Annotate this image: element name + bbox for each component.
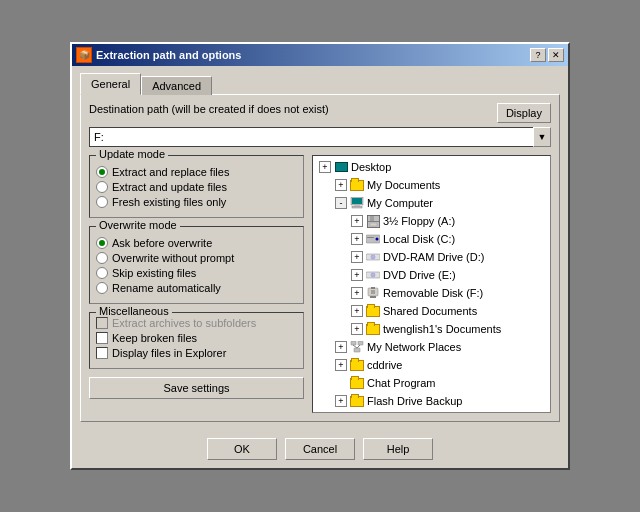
close-title-btn[interactable]: ✕ xyxy=(548,48,564,62)
misc-label-1: Keep broken files xyxy=(112,332,197,344)
expander-network[interactable]: + xyxy=(335,341,347,353)
svg-rect-20 xyxy=(370,296,376,298)
expander-removable-f[interactable]: + xyxy=(351,287,363,299)
tabs: General Advanced xyxy=(80,74,560,95)
expander-dvd-e[interactable]: + xyxy=(351,269,363,281)
expander-desktop[interactable]: + xyxy=(319,161,331,173)
tree-item-network[interactable]: + My Network Places xyxy=(315,338,548,356)
desktop-icon xyxy=(333,159,349,175)
overwrite-mode-label-3: Rename automatically xyxy=(112,282,221,294)
radio-skip-existing[interactable] xyxy=(96,267,108,279)
svg-rect-19 xyxy=(371,287,375,289)
tree-item-desktop[interactable]: + Desktop xyxy=(315,158,548,176)
save-settings-button[interactable]: Save settings xyxy=(89,377,304,399)
main-dialog: 📦 Extraction path and options ? ✕ Genera… xyxy=(70,42,570,470)
expander-localc[interactable]: + xyxy=(351,233,363,245)
misc-option-1[interactable]: Keep broken files xyxy=(96,332,297,344)
radio-overwrite-without[interactable] xyxy=(96,252,108,264)
expander-mydocuments[interactable]: + xyxy=(335,179,347,191)
overwrite-mode-option-0[interactable]: Ask before overwrite xyxy=(96,237,297,249)
tree-item-localc[interactable]: + Local Disk (C:) xyxy=(315,230,548,248)
folder-icon-shared xyxy=(365,303,381,319)
tree-item-dvd-d[interactable]: + DVD-RAM Drive (D:) xyxy=(315,248,548,266)
dvd-icon-e xyxy=(365,267,381,283)
update-mode-group: Update mode Extract and replace files Ex… xyxy=(89,155,304,218)
svg-rect-22 xyxy=(351,341,356,345)
miscellaneous-title: Miscellaneous xyxy=(96,305,172,317)
expander-cddrive[interactable]: + xyxy=(335,359,347,371)
svg-rect-24 xyxy=(354,348,360,352)
main-area: Update mode Extract and replace files Ex… xyxy=(89,155,551,413)
tree-label-dvd-e: DVD Drive (E:) xyxy=(383,269,456,281)
expander-floppy[interactable]: + xyxy=(351,215,363,227)
title-buttons: ? ✕ xyxy=(530,48,564,62)
tree-label-removable-f: Removable Disk (F:) xyxy=(383,287,483,299)
checkbox-keep-broken[interactable] xyxy=(96,332,108,344)
radio-ask-before[interactable] xyxy=(96,237,108,249)
svg-line-26 xyxy=(357,345,360,348)
tab-general[interactable]: General xyxy=(80,73,141,95)
help-button[interactable]: Help xyxy=(363,438,433,460)
svg-rect-23 xyxy=(358,341,363,345)
folder-icon-user xyxy=(365,321,381,337)
cancel-button[interactable]: Cancel xyxy=(285,438,355,460)
tab-content: Display Destination path (will be create… xyxy=(80,94,560,422)
overwrite-mode-group: Overwrite mode Ask before overwrite Over… xyxy=(89,226,304,304)
miscellaneous-group: Miscellaneous Extract archives to subfol… xyxy=(89,312,304,369)
tree-item-mydocuments[interactable]: + My Documents xyxy=(315,176,548,194)
misc-label-0: Extract archives to subfolders xyxy=(112,317,256,329)
checkbox-extract-subfolders xyxy=(96,317,108,329)
expander-user-docs[interactable]: + xyxy=(351,323,363,335)
file-tree[interactable]: + Desktop + My Documents xyxy=(312,155,551,413)
tree-item-user-docs[interactable]: + twenglish1's Documents xyxy=(315,320,548,338)
tree-item-mycomputer[interactable]: - My Computer xyxy=(315,194,548,212)
tree-item-dvd-e[interactable]: + DVD Drive (E:) xyxy=(315,266,548,284)
tree-label-shared-docs: Shared Documents xyxy=(383,305,477,317)
tree-item-cddrive[interactable]: + cddrive xyxy=(315,356,548,374)
destination-combo: ▼ xyxy=(89,127,551,147)
svg-point-10 xyxy=(376,238,379,241)
tree-label-cddrive: cddrive xyxy=(367,359,402,371)
overwrite-mode-option-2[interactable]: Skip existing files xyxy=(96,267,297,279)
destination-input[interactable] xyxy=(89,127,533,147)
tree-item-flashdrive[interactable]: + Flash Drive Backup xyxy=(315,392,548,410)
overwrite-mode-label-2: Skip existing files xyxy=(112,267,196,279)
misc-option-2[interactable]: Display files in Explorer xyxy=(96,347,297,359)
tree-item-removable-f[interactable]: + Removable Disk (F:) xyxy=(315,284,548,302)
overwrite-mode-option-1[interactable]: Overwrite without prompt xyxy=(96,252,297,264)
tree-label-dvd-d: DVD-RAM Drive (D:) xyxy=(383,251,484,263)
radio-rename-auto[interactable] xyxy=(96,282,108,294)
display-button[interactable]: Display xyxy=(497,103,551,123)
update-mode-option-0[interactable]: Extract and replace files xyxy=(96,166,297,178)
tree-label-user-docs: twenglish1's Documents xyxy=(383,323,501,335)
radio-extract-replace[interactable] xyxy=(96,166,108,178)
checkbox-display-files[interactable] xyxy=(96,347,108,359)
usb-icon-f xyxy=(365,285,381,301)
overwrite-mode-label-1: Overwrite without prompt xyxy=(112,252,234,264)
update-mode-option-1[interactable]: Extract and update files xyxy=(96,181,297,193)
overwrite-mode-title: Overwrite mode xyxy=(96,219,180,231)
radio-fresh-existing[interactable] xyxy=(96,196,108,208)
title-bar-left: 📦 Extraction path and options xyxy=(76,47,241,63)
expander-mycomputer[interactable]: - xyxy=(335,197,347,209)
ok-button[interactable]: OK xyxy=(207,438,277,460)
tree-item-floppy[interactable]: + 3½ Floppy (A:) xyxy=(315,212,548,230)
folder-icon-cddrive xyxy=(349,357,365,373)
expander-flashdrive[interactable]: + xyxy=(335,395,347,407)
radio-extract-update[interactable] xyxy=(96,181,108,193)
update-mode-option-2[interactable]: Fresh existing files only xyxy=(96,196,297,208)
svg-rect-3 xyxy=(352,207,362,209)
dialog-title: Extraction path and options xyxy=(96,49,241,61)
tree-item-shared-docs[interactable]: + Shared Documents xyxy=(315,302,548,320)
floppy-icon xyxy=(365,213,381,229)
tab-advanced[interactable]: Advanced xyxy=(141,76,212,95)
combo-dropdown-btn[interactable]: ▼ xyxy=(533,127,551,147)
overwrite-mode-option-3[interactable]: Rename automatically xyxy=(96,282,297,294)
folder-icon-mydocuments xyxy=(349,177,365,193)
network-icon xyxy=(349,339,365,355)
expander-dvd-d[interactable]: + xyxy=(351,251,363,263)
expander-shared-docs[interactable]: + xyxy=(351,305,363,317)
tree-label-floppy: 3½ Floppy (A:) xyxy=(383,215,455,227)
tree-item-chat[interactable]: Chat Program xyxy=(315,374,548,392)
help-title-btn[interactable]: ? xyxy=(530,48,546,62)
